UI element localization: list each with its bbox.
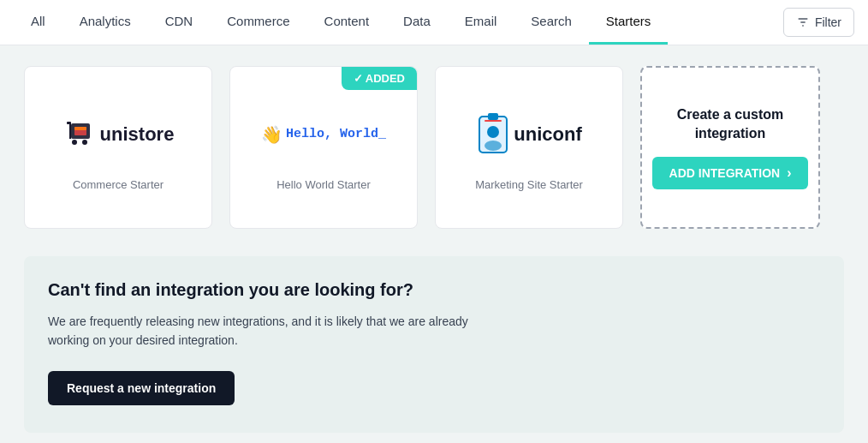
add-integration-button[interactable]: ADD INTEGRATION › <box>652 157 809 189</box>
bottom-title: Can't find an integration you are lookin… <box>48 280 820 300</box>
helloworld-logo: 👋 Hello, World_ <box>261 105 386 165</box>
bottom-description: We are frequently releasing new integrat… <box>48 312 493 350</box>
tab-commerce[interactable]: Commerce <box>210 0 306 45</box>
unistore-logo: unistore <box>62 105 175 165</box>
svg-rect-11 <box>488 113 498 120</box>
uniconference-icon <box>476 113 510 156</box>
filter-label: Filter <box>815 15 841 29</box>
chevron-right-icon: › <box>787 165 791 181</box>
card-custom-integration[interactable]: Create a custom integration ADD INTEGRAT… <box>640 66 820 229</box>
card-unistore[interactable]: unistore Commerce Starter <box>24 66 212 229</box>
cards-row: unistore Commerce Starter ✓ ADDED 👋 Hell… <box>24 66 844 229</box>
add-integration-label: ADD INTEGRATION <box>669 166 781 180</box>
svg-point-8 <box>72 140 77 145</box>
custom-integration-title: Create a custom integration <box>656 105 805 144</box>
tab-cdn[interactable]: CDN <box>148 0 211 45</box>
svg-point-14 <box>485 141 502 151</box>
added-badge: ✓ ADDED <box>342 67 417 90</box>
cart-icon <box>62 120 95 149</box>
tab-all[interactable]: All <box>14 0 62 45</box>
tab-content[interactable]: Content <box>307 0 387 45</box>
uniconference-card-label: Marketing Site Starter <box>475 178 583 191</box>
unistore-card-label: Commerce Starter <box>73 178 163 191</box>
uniconference-text: uniconf <box>514 123 581 146</box>
filter-button[interactable]: Filter <box>783 8 854 37</box>
filter-icon <box>796 15 810 29</box>
svg-rect-7 <box>74 127 86 130</box>
tab-data[interactable]: Data <box>386 0 448 45</box>
card-hello-world[interactable]: ✓ ADDED 👋 Hello, World_ Hello World Star… <box>229 66 418 229</box>
unistore-text: unistore <box>100 123 175 146</box>
tab-email[interactable]: Email <box>448 0 514 45</box>
card-uniconference[interactable]: uniconf Marketing Site Starter <box>435 66 623 229</box>
svg-point-9 <box>82 140 87 145</box>
main-content: unistore Commerce Starter ✓ ADDED 👋 Hell… <box>0 45 868 443</box>
svg-rect-13 <box>485 120 502 122</box>
svg-rect-5 <box>67 122 71 124</box>
nav-tabs: All Analytics CDN Commerce Content Data … <box>0 0 868 45</box>
helloworld-text: Hello, World_ <box>286 127 386 141</box>
tab-analytics[interactable]: Analytics <box>62 0 148 45</box>
bottom-section: Can't find an integration you are lookin… <box>24 256 844 433</box>
tab-starters[interactable]: Starters <box>589 0 669 45</box>
tab-search[interactable]: Search <box>514 0 589 45</box>
wave-icon: 👋 <box>261 124 282 145</box>
svg-point-12 <box>487 126 499 138</box>
svg-marker-4 <box>69 123 71 139</box>
uniconference-logo: uniconf <box>476 105 581 165</box>
helloworld-card-label: Hello World Starter <box>276 178 371 191</box>
request-integration-button[interactable]: Request a new integration <box>48 371 235 405</box>
